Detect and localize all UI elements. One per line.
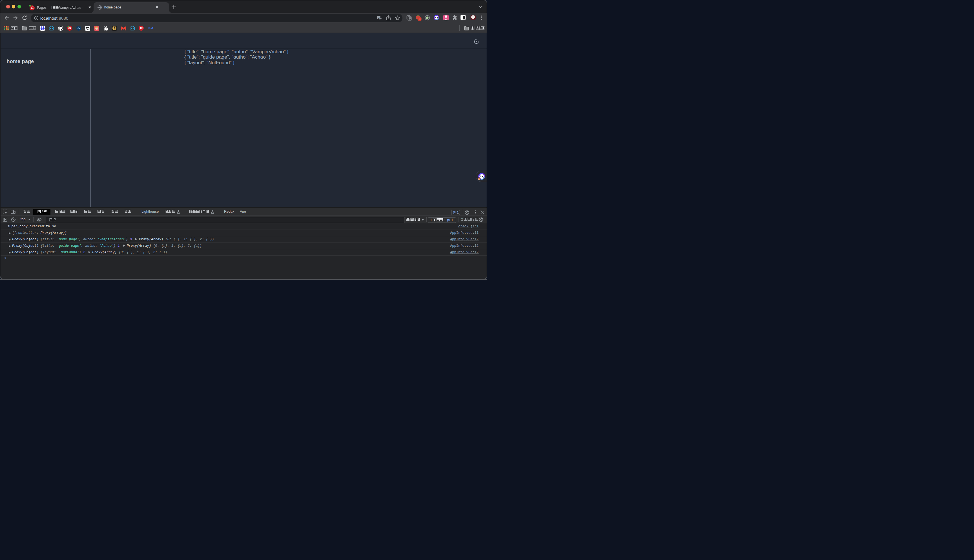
svg-text:du: du bbox=[42, 28, 44, 30]
svg-text:G: G bbox=[378, 16, 380, 19]
